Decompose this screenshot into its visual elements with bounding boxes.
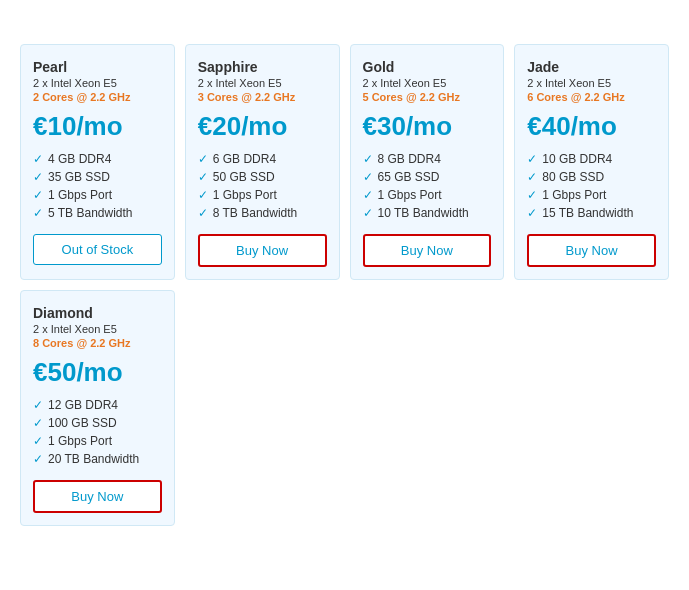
plan-processor-sapphire: 2 x Intel Xeon E5 [198, 77, 327, 89]
plan-processor-diamond: 2 x Intel Xeon E5 [33, 323, 162, 335]
feature-item: ✓10 GB DDR4 [527, 152, 656, 166]
feature-item: ✓20 TB Bandwidth [33, 452, 162, 466]
plan-button-jade[interactable]: Buy Now [527, 234, 656, 267]
feature-item: ✓65 GB SSD [363, 170, 492, 184]
plan-name-sapphire: Sapphire [198, 59, 327, 75]
feature-item: ✓80 GB SSD [527, 170, 656, 184]
feature-item: ✓35 GB SSD [33, 170, 162, 184]
plan-processor-gold: 2 x Intel Xeon E5 [363, 77, 492, 89]
feature-item: ✓8 GB DDR4 [363, 152, 492, 166]
feature-item: ✓4 GB DDR4 [33, 152, 162, 166]
check-icon: ✓ [527, 170, 537, 184]
plan-processor-pearl: 2 x Intel Xeon E5 [33, 77, 162, 89]
check-icon: ✓ [363, 206, 373, 220]
check-icon: ✓ [198, 152, 208, 166]
check-icon: ✓ [198, 188, 208, 202]
plan-card-gold: Gold 2 x Intel Xeon E5 5 Cores @ 2.2 GHz… [350, 44, 505, 280]
check-icon: ✓ [33, 398, 43, 412]
plan-card-pearl: Pearl 2 x Intel Xeon E5 2 Cores @ 2.2 GH… [20, 44, 175, 280]
check-icon: ✓ [363, 188, 373, 202]
check-icon: ✓ [33, 152, 43, 166]
check-icon: ✓ [363, 170, 373, 184]
check-icon: ✓ [198, 206, 208, 220]
plan-button-diamond[interactable]: Buy Now [33, 480, 162, 513]
plan-features-jade: ✓10 GB DDR4✓80 GB SSD✓1 Gbps Port✓15 TB … [527, 152, 656, 220]
plan-card-jade: Jade 2 x Intel Xeon E5 6 Cores @ 2.2 GHz… [514, 44, 669, 280]
feature-item: ✓1 Gbps Port [33, 188, 162, 202]
plan-price-sapphire: €20/mo [198, 111, 327, 142]
plan-processor-jade: 2 x Intel Xeon E5 [527, 77, 656, 89]
feature-item: ✓1 Gbps Port [198, 188, 327, 202]
plan-price-pearl: €10/mo [33, 111, 162, 142]
check-icon: ✓ [33, 170, 43, 184]
check-icon: ✓ [527, 188, 537, 202]
check-icon: ✓ [33, 206, 43, 220]
plan-button-sapphire[interactable]: Buy Now [198, 234, 327, 267]
feature-item: ✓1 Gbps Port [527, 188, 656, 202]
feature-item: ✓12 GB DDR4 [33, 398, 162, 412]
check-icon: ✓ [198, 170, 208, 184]
feature-item: ✓100 GB SSD [33, 416, 162, 430]
plan-features-diamond: ✓12 GB DDR4✓100 GB SSD✓1 Gbps Port✓20 TB… [33, 398, 162, 466]
check-icon: ✓ [33, 188, 43, 202]
feature-item: ✓50 GB SSD [198, 170, 327, 184]
feature-item: ✓1 Gbps Port [33, 434, 162, 448]
plan-cores-diamond: 8 Cores @ 2.2 GHz [33, 337, 162, 349]
plan-button-gold[interactable]: Buy Now [363, 234, 492, 267]
check-icon: ✓ [363, 152, 373, 166]
feature-item: ✓5 TB Bandwidth [33, 206, 162, 220]
feature-item: ✓1 Gbps Port [363, 188, 492, 202]
plan-name-pearl: Pearl [33, 59, 162, 75]
plan-cores-jade: 6 Cores @ 2.2 GHz [527, 91, 656, 103]
check-icon: ✓ [527, 206, 537, 220]
plan-name-gold: Gold [363, 59, 492, 75]
plan-cores-pearl: 2 Cores @ 2.2 GHz [33, 91, 162, 103]
plan-card-diamond: Diamond 2 x Intel Xeon E5 8 Cores @ 2.2 … [20, 290, 175, 526]
plan-cores-sapphire: 3 Cores @ 2.2 GHz [198, 91, 327, 103]
plan-features-pearl: ✓4 GB DDR4✓35 GB SSD✓1 Gbps Port✓5 TB Ba… [33, 152, 162, 220]
check-icon: ✓ [33, 416, 43, 430]
plan-card-sapphire: Sapphire 2 x Intel Xeon E5 3 Cores @ 2.2… [185, 44, 340, 280]
feature-item: ✓15 TB Bandwidth [527, 206, 656, 220]
plan-name-jade: Jade [527, 59, 656, 75]
plan-features-gold: ✓8 GB DDR4✓65 GB SSD✓1 Gbps Port✓10 TB B… [363, 152, 492, 220]
feature-item: ✓8 TB Bandwidth [198, 206, 327, 220]
plan-price-diamond: €50/mo [33, 357, 162, 388]
plan-price-gold: €30/mo [363, 111, 492, 142]
check-icon: ✓ [33, 434, 43, 448]
check-icon: ✓ [527, 152, 537, 166]
plan-price-jade: €40/mo [527, 111, 656, 142]
plan-name-diamond: Diamond [33, 305, 162, 321]
feature-item: ✓10 TB Bandwidth [363, 206, 492, 220]
plan-button-pearl[interactable]: Out of Stock [33, 234, 162, 265]
check-icon: ✓ [33, 452, 43, 466]
plan-features-sapphire: ✓6 GB DDR4✓50 GB SSD✓1 Gbps Port✓8 TB Ba… [198, 152, 327, 220]
plan-cores-gold: 5 Cores @ 2.2 GHz [363, 91, 492, 103]
feature-item: ✓6 GB DDR4 [198, 152, 327, 166]
